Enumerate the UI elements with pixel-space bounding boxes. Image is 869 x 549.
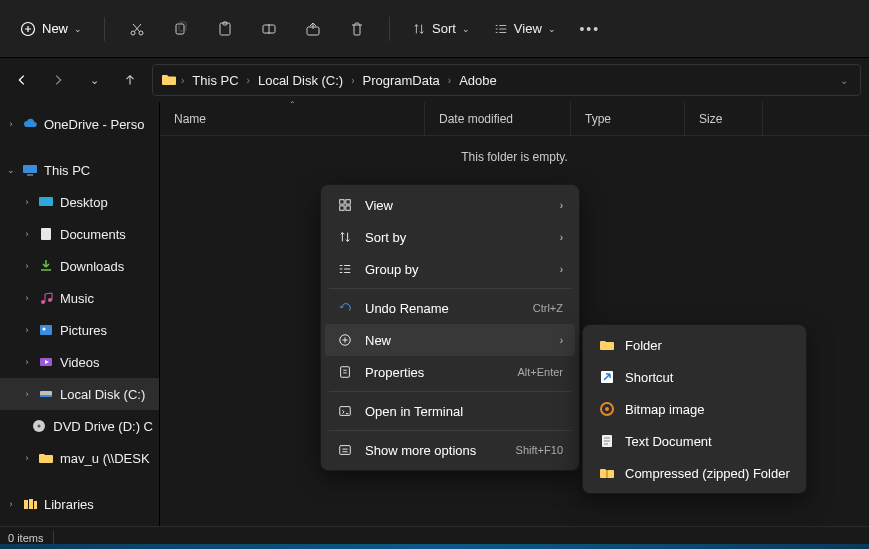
sidebar-item-label: This PC (44, 163, 90, 178)
column-headers: ⌃Name Date modified Type Size (160, 102, 869, 136)
chevron-down-icon: ⌄ (462, 24, 470, 34)
svg-point-21 (38, 425, 41, 428)
arrow-up-icon (123, 73, 137, 87)
column-date[interactable]: Date modified (425, 102, 571, 135)
column-size[interactable]: Size (685, 102, 763, 135)
chevron-right-icon: › (22, 453, 32, 463)
breadcrumb-item[interactable]: ProgramData (359, 71, 444, 90)
shortcut-text: Alt+Enter (517, 366, 563, 378)
pictures-icon (38, 322, 54, 338)
sidebar-item-pictures[interactable]: ›Pictures (0, 314, 159, 346)
libraries-icon (22, 496, 38, 512)
sidebar-item-label: mav_u (\\DESK (60, 451, 150, 466)
context-item-sortby[interactable]: Sort by › (325, 221, 575, 253)
context-menu: View › Sort by › Group by › Undo Rename … (320, 184, 580, 471)
context-item-label: Sort by (365, 230, 548, 245)
sidebar-item-music[interactable]: ›Music (0, 282, 159, 314)
delete-button[interactable] (337, 11, 377, 47)
more-button[interactable]: ••• (570, 11, 610, 47)
svg-rect-22 (340, 200, 344, 204)
rename-icon (261, 21, 277, 37)
separator (329, 391, 571, 392)
svg-rect-19 (40, 395, 52, 397)
scissors-icon (129, 21, 145, 37)
plus-circle-icon (337, 332, 353, 348)
context-item-terminal[interactable]: Open in Terminal (325, 395, 575, 427)
context-item-new[interactable]: New › (325, 324, 575, 356)
breadcrumb-item[interactable]: This PC (188, 71, 242, 90)
sort-button[interactable]: Sort ⌄ (402, 15, 480, 42)
sidebar-item-videos[interactable]: ›Videos (0, 346, 159, 378)
svg-point-14 (48, 298, 52, 302)
chevron-down-icon: ⌄ (548, 24, 556, 34)
new-button[interactable]: New ⌄ (10, 15, 92, 43)
grid-icon (337, 197, 353, 213)
more-icon (337, 442, 353, 458)
chevron-right-icon: › (22, 325, 32, 335)
svg-point-2 (139, 31, 143, 35)
up-button[interactable] (116, 66, 144, 94)
address-dropdown[interactable]: ⌄ (836, 71, 852, 90)
share-button[interactable] (293, 11, 333, 47)
svg-rect-23 (346, 200, 350, 204)
chevron-right-icon: › (560, 335, 563, 346)
submenu-item-shortcut[interactable]: Shortcut (587, 361, 802, 393)
context-item-undo[interactable]: Undo Rename Ctrl+Z (325, 292, 575, 324)
sidebar-item-libraries[interactable]: ›Libraries (0, 488, 159, 520)
submenu-item-folder[interactable]: Folder (587, 329, 802, 361)
submenu-item-bitmap[interactable]: Bitmap image (587, 393, 802, 425)
sidebar-item-network[interactable]: ›mav_u (\\DESK (0, 442, 159, 474)
rename-button[interactable] (249, 11, 289, 47)
properties-icon (337, 364, 353, 380)
status-items-count: 0 items (8, 532, 43, 544)
address-bar[interactable]: › This PC › Local Disk (C:) › ProgramDat… (152, 64, 861, 96)
sidebar-item-thispc[interactable]: ⌄This PC (0, 154, 159, 186)
submenu-item-zip[interactable]: Compressed (zipped) Folder (587, 457, 802, 489)
column-name[interactable]: ⌃Name (160, 102, 425, 135)
svg-rect-12 (41, 228, 51, 240)
back-button[interactable] (8, 66, 36, 94)
document-icon (38, 226, 54, 242)
recent-button[interactable]: ⌄ (80, 66, 108, 94)
copy-button[interactable] (161, 11, 201, 47)
trash-icon (349, 21, 365, 37)
sidebar-item-downloads[interactable]: ›Downloads (0, 250, 159, 282)
submenu-item-text[interactable]: Text Document (587, 425, 802, 457)
sidebar: ›OneDrive - Perso ⌄This PC ›Desktop ›Doc… (0, 102, 160, 526)
context-item-view[interactable]: View › (325, 189, 575, 221)
sidebar-item-desktop[interactable]: ›Desktop (0, 186, 159, 218)
monitor-icon (22, 162, 38, 178)
context-item-properties[interactable]: Properties Alt+Enter (325, 356, 575, 388)
sidebar-item-onedrive[interactable]: ›OneDrive - Perso (0, 108, 159, 140)
chevron-right-icon: › (22, 229, 32, 239)
svg-rect-9 (23, 165, 37, 173)
svg-rect-15 (40, 325, 52, 335)
chevron-down-icon: ⌄ (74, 24, 82, 34)
sidebar-item-dvd[interactable]: DVD Drive (D:) C (0, 410, 159, 442)
forward-button[interactable] (44, 66, 72, 94)
svg-rect-25 (346, 206, 350, 210)
sidebar-item-localdisk[interactable]: ›Local Disk (C:) (0, 378, 159, 410)
paste-button[interactable] (205, 11, 245, 47)
column-type[interactable]: Type (571, 102, 685, 135)
context-item-groupby[interactable]: Group by › (325, 253, 575, 285)
breadcrumb-item[interactable]: Adobe (455, 71, 501, 90)
svg-rect-28 (340, 407, 351, 416)
breadcrumb-item[interactable]: Local Disk (C:) (254, 71, 347, 90)
chevron-right-icon: › (6, 499, 16, 509)
sort-asc-icon: ⌃ (289, 100, 296, 109)
arrow-left-icon (15, 73, 29, 87)
separator (329, 288, 571, 289)
chevron-right-icon: › (247, 75, 250, 86)
context-item-showmore[interactable]: Show more options Shift+F10 (325, 434, 575, 466)
shortcut-text: Ctrl+Z (533, 302, 563, 314)
chevron-right-icon: › (22, 389, 32, 399)
folder-icon (38, 450, 54, 466)
view-button[interactable]: View ⌄ (484, 15, 566, 42)
sort-button-label: Sort (432, 21, 456, 36)
disc-icon (31, 418, 47, 434)
sidebar-item-label: Pictures (60, 323, 107, 338)
sidebar-item-documents[interactable]: ›Documents (0, 218, 159, 250)
cut-button[interactable] (117, 11, 157, 47)
context-item-label: New (365, 333, 548, 348)
